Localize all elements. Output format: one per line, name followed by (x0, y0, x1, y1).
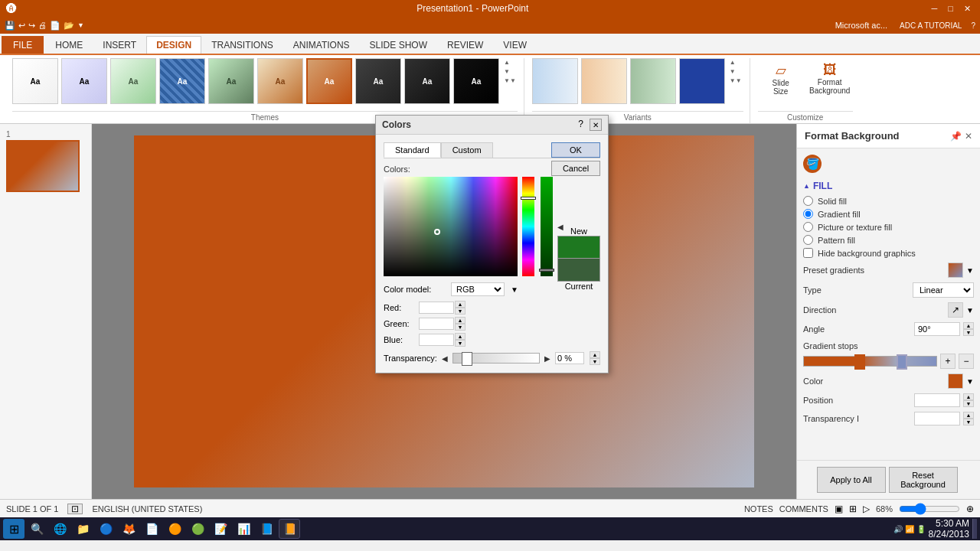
variants-scroll-down[interactable]: ▼ (728, 67, 743, 76)
color-gradient-box[interactable] (384, 177, 518, 276)
themes-scroll-up[interactable]: ▲ (502, 58, 518, 67)
red-down-button[interactable]: ▼ (455, 308, 466, 315)
angle-down-button[interactable]: ▼ (963, 329, 974, 336)
tab-transitions[interactable]: TRANSITIONS (201, 36, 283, 54)
green-app-icon[interactable]: 🟢 (187, 519, 208, 539)
search-button[interactable]: 🔍 (26, 519, 47, 539)
direction-swatch[interactable]: ↗ (948, 302, 963, 318)
show-desktop-button[interactable] (972, 519, 977, 539)
type-select[interactable]: Linear (913, 282, 974, 298)
word-icon[interactable]: 📘 (256, 519, 277, 539)
color-model-dropdown-icon[interactable]: ▼ (511, 285, 518, 294)
gradient-fill-radio[interactable] (803, 209, 813, 219)
excel-icon[interactable]: 📊 (233, 519, 254, 539)
theme-10[interactable]: Aa (453, 58, 499, 104)
undo-icon[interactable]: ↩ (18, 21, 25, 31)
accessibility-icon[interactable]: ⊡ (67, 504, 83, 514)
dialog-close-button[interactable]: ✕ (590, 119, 602, 131)
color-model-select[interactable]: RGB (451, 282, 505, 296)
theme-4[interactable]: Aa (159, 58, 205, 104)
gradient-stop-blue[interactable] (897, 354, 907, 370)
theme-6[interactable]: Aa (257, 58, 303, 104)
pattern-fill-radio[interactable] (803, 235, 813, 245)
transparency-up-button[interactable]: ▲ (963, 412, 974, 419)
position-up-button[interactable]: ▲ (963, 393, 974, 400)
green-down-button[interactable]: ▼ (455, 324, 466, 331)
dialog-help-icon[interactable]: ? (578, 119, 583, 131)
theme-9[interactable]: Aa (404, 58, 450, 104)
variant-2[interactable] (581, 58, 627, 104)
position-input[interactable]: 100% (914, 393, 960, 407)
open-icon[interactable]: 📂 (64, 21, 74, 31)
vlc-icon[interactable]: 🟠 (164, 519, 185, 539)
green-up-button[interactable]: ▲ (455, 317, 466, 324)
theme-2[interactable]: Aa (61, 58, 107, 104)
transparency-left-button[interactable]: ◀ (442, 354, 448, 363)
variant-3[interactable] (630, 58, 676, 104)
variants-scroll-up[interactable]: ▲ (728, 58, 743, 67)
apply-to-all-button[interactable]: Apply to All (817, 467, 886, 493)
start-button[interactable]: ⊞ (3, 519, 24, 539)
tab-animations[interactable]: ANIMATIONS (283, 36, 360, 54)
tab-insert[interactable]: INSERT (93, 36, 146, 54)
hue-strip[interactable] (522, 177, 534, 276)
transparency-slider-track[interactable] (452, 353, 540, 364)
new-presentation-icon[interactable]: 📄 (50, 21, 60, 31)
redo-icon[interactable]: ↪ (28, 21, 35, 31)
green-input[interactable]: 120 (419, 318, 454, 330)
hide-bg-checkbox[interactable] (803, 248, 813, 258)
help-icon[interactable]: ? (971, 21, 975, 30)
notepad-icon[interactable]: 📝 (210, 519, 231, 539)
comments-button[interactable]: COMMENTS (779, 504, 828, 514)
red-input[interactable]: 30 (419, 302, 454, 314)
zoom-in-icon[interactable]: ⊕ (966, 504, 974, 514)
format-background-button[interactable]: 🖼 FormatBackground (807, 58, 853, 99)
solid-fill-radio[interactable] (803, 196, 813, 206)
ok-button[interactable]: OK (551, 142, 600, 158)
themes-scroll-down[interactable]: ▼ (502, 67, 518, 76)
save-icon[interactable]: 💾 (5, 21, 15, 31)
color-dropdown-icon[interactable]: ▼ (966, 377, 974, 386)
normal-view-icon[interactable]: ▣ (835, 504, 843, 514)
transparency-input[interactable]: 0% (914, 412, 960, 425)
chrome-icon[interactable]: 🔵 (95, 519, 116, 539)
gradient-stop-orange[interactable] (854, 354, 865, 370)
preset-gradient-dropdown-icon[interactable]: ▼ (966, 266, 974, 275)
position-down-button[interactable]: ▼ (963, 400, 974, 407)
gradient-stops-bar[interactable] (803, 356, 937, 367)
acrobat-icon[interactable]: 📄 (141, 519, 162, 539)
blue-up-button[interactable]: ▲ (455, 333, 466, 340)
theme-7[interactable]: Aa (306, 58, 352, 104)
theme-8[interactable]: Aa (355, 58, 401, 104)
close-button[interactable]: ✕ (961, 4, 974, 14)
transparency-dialog-input[interactable] (555, 352, 584, 364)
tab-file[interactable]: FILE (2, 36, 44, 54)
variant-1[interactable] (532, 58, 578, 104)
firefox-icon[interactable]: 🦊 (118, 519, 139, 539)
slide-thumbnail-1[interactable] (6, 140, 80, 192)
panel-pin-icon[interactable]: 📌 (950, 131, 962, 142)
cancel-button[interactable]: Cancel (551, 161, 600, 176)
tab-design[interactable]: DESIGN (146, 36, 201, 54)
dialog-tab-standard[interactable]: Standard (384, 142, 441, 158)
minimize-button[interactable]: ─ (929, 4, 941, 14)
fill-icon[interactable]: 🪣 (803, 155, 822, 173)
dialog-tab-custom[interactable]: Custom (441, 142, 493, 158)
tab-review[interactable]: REVIEW (437, 36, 493, 54)
slide-view-icon[interactable]: ▷ (863, 504, 870, 514)
tab-home[interactable]: HOME (45, 36, 93, 54)
theme-3[interactable]: Aa (110, 58, 156, 104)
themes-more[interactable]: ▼▼ (502, 77, 518, 85)
picture-fill-radio[interactable] (803, 222, 813, 232)
quick-access-customize-icon[interactable]: ▼ (77, 21, 84, 29)
gradient-stop-remove-button[interactable]: − (959, 354, 974, 369)
color-swatch[interactable] (948, 373, 963, 389)
powerpoint-taskbar-icon[interactable]: 📙 (279, 519, 300, 539)
zoom-slider[interactable] (899, 503, 960, 515)
reset-background-button[interactable]: Reset Background (889, 467, 958, 493)
slide-size-button[interactable]: ▱ SlideSize (758, 58, 804, 99)
angle-up-button[interactable]: ▲ (963, 322, 974, 329)
tab-view[interactable]: VIEW (493, 36, 537, 54)
tab-slideshow[interactable]: SLIDE SHOW (360, 36, 437, 54)
grid-view-icon[interactable]: ⊞ (849, 504, 857, 514)
